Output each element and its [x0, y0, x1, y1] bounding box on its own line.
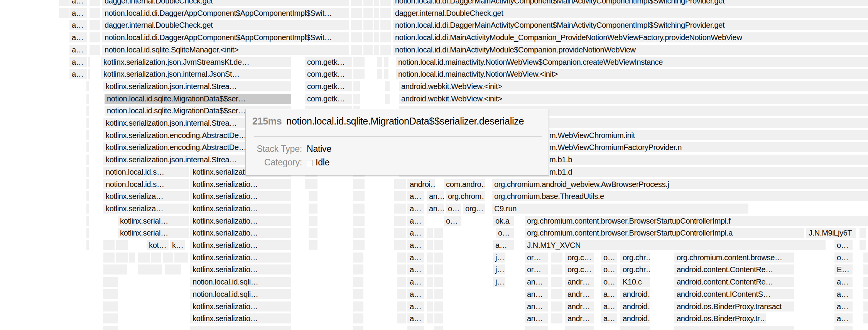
stack-frame[interactable]: org.c…	[565, 253, 594, 263]
stack-frame[interactable]	[394, 228, 406, 238]
stack-frame[interactable]: notion.local.id.di.MainActivityModule_Co…	[393, 32, 868, 42]
stack-frame[interactable]: andr…	[565, 301, 594, 311]
stack-frame[interactable]: an…	[427, 204, 444, 214]
stack-frame[interactable]: a…	[407, 313, 424, 323]
stack-frame[interactable]	[353, 57, 365, 67]
stack-frame[interactable]	[374, 0, 379, 6]
stack-frame[interactable]: com.getk…	[305, 81, 352, 91]
stack-frame[interactable]	[86, 142, 89, 152]
stack-frame[interactable]: a…	[69, 32, 87, 42]
stack-frame[interactable]	[434, 264, 443, 274]
stack-frame[interactable]	[434, 228, 443, 238]
stack-frame[interactable]	[59, 0, 69, 6]
stack-frame[interactable]: an…	[525, 277, 548, 287]
stack-frame[interactable]	[385, 81, 390, 91]
stack-frame[interactable]: o…	[601, 277, 617, 287]
stack-frame[interactable]: a…	[601, 301, 617, 311]
stack-frame[interactable]	[353, 301, 363, 311]
stack-frame[interactable]	[163, 253, 173, 263]
stack-frame[interactable]: com.getk…	[305, 69, 352, 79]
stack-frame[interactable]	[103, 277, 118, 287]
stack-frame[interactable]: kotlinx.serialization.json.JvmStreamsKt.…	[101, 57, 291, 67]
stack-frame[interactable]: a…	[407, 277, 424, 287]
stack-frame[interactable]: notion.local.id.sqli…	[190, 277, 291, 287]
stack-frame[interactable]	[309, 191, 317, 201]
stack-frame[interactable]: kotlinx.serializatio…	[190, 191, 291, 201]
stack-frame[interactable]: a…	[407, 289, 424, 299]
stack-frame[interactable]	[427, 301, 433, 311]
stack-frame[interactable]	[86, 167, 89, 177]
stack-frame[interactable]	[397, 289, 406, 299]
stack-frame[interactable]: a…	[69, 0, 87, 6]
stack-frame[interactable]: E…	[834, 264, 853, 274]
stack-frame[interactable]: notion.local.id.s…	[103, 167, 189, 177]
stack-frame[interactable]: android.content.ContentRe…	[674, 277, 794, 287]
stack-frame[interactable]: kotlinx.serializatio…	[190, 313, 291, 323]
stack-frame[interactable]	[103, 313, 118, 323]
stack-frame[interactable]: o…	[834, 253, 853, 263]
stack-frame[interactable]	[88, 69, 90, 79]
stack-frame[interactable]	[309, 240, 317, 250]
stack-frame[interactable]	[374, 32, 379, 42]
stack-frame[interactable]	[351, 8, 362, 18]
stack-frame[interactable]	[103, 264, 127, 274]
stack-frame[interactable]: org.chrom…	[446, 191, 485, 201]
stack-frame[interactable]	[394, 240, 406, 250]
stack-frame[interactable]	[374, 8, 379, 18]
stack-frame[interactable]	[427, 240, 433, 250]
stack-frame-selected[interactable]: notion.local.id.sqlite.MigrationData$$se…	[105, 94, 291, 104]
stack-frame[interactable]	[351, 20, 362, 30]
stack-frame[interactable]: or…	[525, 253, 548, 263]
stack-frame[interactable]	[86, 118, 89, 128]
stack-frame[interactable]	[525, 326, 548, 330]
stack-frame[interactable]: a…	[407, 253, 424, 263]
stack-frame[interactable]: org.chromium.android_webview.AwBrowserPr…	[492, 179, 868, 189]
stack-frame[interactable]: android…	[620, 313, 650, 323]
stack-frame[interactable]: dagger.internal.DoubleCheck.get	[102, 20, 349, 30]
stack-frame[interactable]: o…	[601, 253, 617, 263]
stack-frame[interactable]: kotlinx.serializatio…	[190, 228, 291, 238]
stack-frame[interactable]: a…	[834, 289, 853, 299]
stack-frame[interactable]	[138, 264, 162, 274]
stack-frame[interactable]: kotlinx.serializa…	[103, 204, 189, 214]
stack-frame[interactable]	[397, 253, 406, 263]
stack-frame[interactable]: kotlinx.serializatio…	[190, 216, 291, 226]
stack-frame[interactable]	[103, 326, 118, 330]
stack-frame[interactable]: a…	[834, 301, 853, 311]
stack-frame[interactable]: a…	[407, 191, 424, 201]
stack-frame[interactable]: org.chr…	[620, 264, 650, 274]
stack-frame[interactable]	[351, 45, 362, 55]
stack-frame[interactable]	[863, 301, 868, 311]
stack-frame[interactable]: org.chromium.content.browse…	[674, 253, 794, 263]
stack-frame[interactable]	[353, 204, 365, 214]
stack-frame[interactable]: com.getk…	[305, 94, 352, 104]
stack-frame[interactable]	[86, 240, 89, 250]
stack-frame[interactable]	[90, 32, 100, 42]
stack-frame[interactable]: android.webkit.WebView.<init>	[399, 81, 868, 91]
stack-frame[interactable]: kotlinx.serialization.json.internal.Json…	[101, 69, 291, 79]
stack-frame[interactable]: a…	[69, 45, 87, 55]
stack-frame[interactable]	[565, 326, 594, 330]
stack-frame[interactable]	[309, 228, 317, 238]
stack-frame[interactable]	[363, 0, 373, 6]
stack-frame[interactable]	[353, 81, 360, 91]
stack-frame[interactable]	[353, 69, 365, 79]
stack-frame[interactable]: a…	[407, 204, 424, 214]
stack-frame[interactable]	[165, 264, 181, 274]
stack-frame[interactable]	[397, 301, 406, 311]
stack-frame[interactable]: andr…	[565, 277, 594, 287]
stack-frame[interactable]: kotlinx.serializatio…	[190, 301, 291, 311]
stack-frame[interactable]: com.getk…	[305, 57, 352, 67]
stack-frame[interactable]	[427, 264, 433, 274]
stack-frame[interactable]	[103, 289, 118, 299]
stack-frame[interactable]	[380, 20, 391, 30]
stack-frame[interactable]	[551, 289, 562, 299]
stack-frame[interactable]: notion.local.id.di.DaggerMainActivityCom…	[393, 20, 868, 30]
stack-frame[interactable]	[353, 326, 363, 330]
stack-frame[interactable]	[353, 216, 365, 226]
stack-frame[interactable]: notion.local.id.di.DaggerAppComponent$Ap…	[102, 32, 349, 42]
stack-frame[interactable]: J.N.M1Y_XVCN	[525, 240, 826, 250]
stack-frame[interactable]: an…	[427, 191, 444, 201]
stack-frame[interactable]	[380, 0, 391, 6]
stack-frame[interactable]	[434, 313, 443, 323]
